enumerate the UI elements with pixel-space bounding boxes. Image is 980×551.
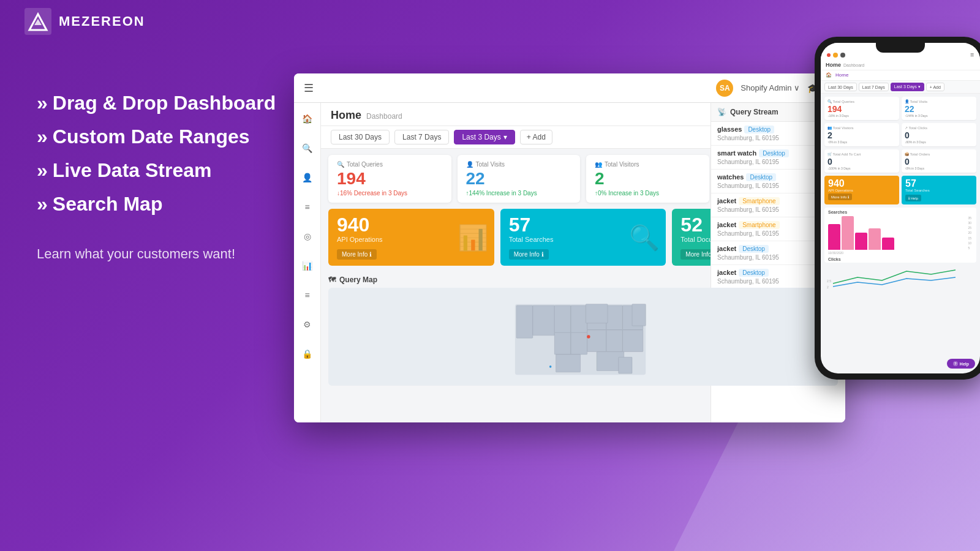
- phone-bar-3: [855, 233, 867, 250]
- phone-stats-grid-3: 🛒 Total Add To Cart 0 ↓100% in 3 Days 📦 …: [821, 149, 980, 176]
- phone-help-btn[interactable]: ? Help: [947, 359, 975, 369]
- dashboard-screenshot: ☰ SA Shopify Admin ∨ 🎓 ❓ 🏠 🔍 👤 ≡ ◎ 📊 ≡ ⚙…: [294, 73, 845, 422]
- add-widget-btn[interactable]: + Add: [520, 130, 552, 144]
- logo-icon: [24, 8, 51, 35]
- sidebar-users-icon[interactable]: 👤: [299, 169, 316, 186]
- phone-date-bar: Last 30 Days Last 7 Days Last 3 Days ▾ +…: [821, 81, 980, 94]
- total-searches-card: 57 Total Searches More Info ℹ 🔍: [500, 209, 666, 266]
- phone-expand-dot: [840, 53, 845, 58]
- stat-value-visitors: 2: [595, 170, 701, 187]
- logo-text: MEZEREON: [59, 13, 145, 29]
- phone-last7-btn[interactable]: Last 7 Days: [859, 83, 889, 91]
- feature-item-1: » Drag & Drop Dashboard: [37, 92, 276, 114]
- svg-rect-18: [619, 357, 632, 373]
- feature-list: » Drag & Drop Dashboard » Custom Date Ra…: [37, 92, 276, 216]
- phone-bar-chart: 35 30 25 20 15 10 5: [828, 216, 973, 250]
- svg-text:2: 2: [827, 285, 829, 289]
- phone-last30-btn[interactable]: Last 30 Days: [824, 83, 857, 91]
- svg-rect-4: [516, 305, 533, 338]
- stat-change-visits: ↑144% Increase in 3 Days: [466, 190, 572, 197]
- phone-orders-value: 0: [905, 157, 973, 167]
- sidebar-list-icon[interactable]: ≡: [299, 287, 316, 304]
- sidebar-home-icon[interactable]: 🏠: [299, 110, 316, 127]
- last-7-days-btn[interactable]: Last 7 Days: [394, 130, 449, 144]
- user-avatar: SA: [716, 80, 733, 97]
- stat-card-visits: 👤 Total Visits 22 ↑144% Increase in 3 Da…: [458, 155, 581, 203]
- left-content-panel: » Drag & Drop Dashboard » Custom Date Ra…: [37, 92, 276, 262]
- phone-color-cards: 940 API Operations More Info ℹ 57 Total …: [821, 176, 980, 208]
- svg-rect-5: [533, 305, 555, 335]
- stat-label-visitors: 👥 Total Visitors: [595, 161, 701, 168]
- phone-bar-4: [869, 228, 881, 250]
- svg-rect-6: [554, 305, 571, 332]
- phone-add-btn[interactable]: + Add: [926, 83, 944, 91]
- phone-frame: ☰ Home Dashboard 🏠 Home Last 30 Days Las…: [815, 37, 980, 380]
- dashboard-topbar: ☰ SA Shopify Admin ∨ 🎓 ❓: [294, 73, 845, 103]
- stat-label-visits: 👤 Total Visits: [466, 161, 572, 168]
- query-map-visual: [328, 288, 838, 386]
- query-stream-title: Query Stream: [730, 108, 778, 116]
- phone-line-chart: 2 2.5: [821, 263, 980, 293]
- stat-value-visits: 22: [466, 170, 572, 187]
- searches-more-info-btn[interactable]: More Info ℹ: [509, 249, 549, 260]
- last-3-days-btn[interactable]: Last 3 Days ▾: [454, 130, 514, 144]
- phone-minimize-dot: [833, 53, 838, 58]
- sidebar-chart-icon[interactable]: 📊: [299, 257, 316, 274]
- phone-searches-card: 57 Total Searches ℹ Help: [902, 176, 976, 204]
- hamburger-icon[interactable]: ☰: [304, 81, 314, 95]
- sidebar-target-icon[interactable]: ◎: [299, 228, 316, 245]
- feature-item-3: » Live Data Stream: [37, 159, 276, 182]
- phone-stat-visits: 👤 Total Visits 22 ↑144% in 3 Days: [902, 97, 976, 120]
- svg-point-22: [549, 365, 552, 368]
- query-map-section: 🗺 Query Map: [321, 271, 845, 386]
- phone-stat-cart: 🛒 Total Add To Cart 0 ↓100% in 3 Days: [824, 149, 899, 173]
- phone-stat-clicks: ↗ Total Clicks 0 ↓60% in 3 Days: [902, 123, 976, 146]
- phone-visits-value: 22: [905, 104, 973, 114]
- sidebar-lock-icon[interactable]: 🔒: [299, 345, 316, 362]
- svg-rect-15: [622, 330, 643, 352]
- svg-point-21: [587, 335, 590, 338]
- dashboard-layout: 🏠 🔍 👤 ≡ ◎ 📊 ≡ ⚙ 🔒 Home Dashboard 🏠 Home: [294, 103, 845, 422]
- logo-container: MEZEREON: [24, 8, 145, 35]
- svg-rect-20: [632, 304, 646, 326]
- sidebar-search-icon[interactable]: 🔍: [299, 140, 316, 157]
- page-subtitle: Dashboard: [366, 112, 402, 121]
- svg-rect-11: [606, 305, 623, 330]
- phone-searches-more-btn[interactable]: ℹ Help: [905, 195, 921, 201]
- color-cards-row: 940 API Operations More Info ℹ 📊 57 Tota…: [321, 209, 845, 271]
- phone-bar-1: [828, 224, 840, 250]
- svg-rect-17: [556, 354, 581, 372]
- phone-dashboard-label: Dashboard: [843, 63, 864, 67]
- svg-text:2.5: 2.5: [827, 279, 831, 283]
- svg-rect-19: [586, 304, 608, 323]
- phone-screen: ☰ Home Dashboard 🏠 Home Last 30 Days Las…: [821, 43, 980, 373]
- phone-dash-topbar: Home Dashboard: [821, 60, 980, 70]
- phone-api-more-btn[interactable]: More Info ℹ: [828, 193, 852, 200]
- last-30-days-btn[interactable]: Last 30 Days: [331, 130, 390, 144]
- stat-card-queries: 🔍 Total Queries 194 ↓16% Decrease in 3 D…: [328, 155, 451, 203]
- phone-api-card: 940 API Operations More Info ℹ: [824, 176, 899, 204]
- api-more-info-btn[interactable]: More Info ℹ: [337, 249, 377, 260]
- svg-rect-8: [554, 332, 571, 354]
- phone-breadcrumb: 🏠 Home: [826, 72, 975, 78]
- phone-home-label: Home: [826, 62, 841, 68]
- api-operations-card: 940 API Operations More Info ℹ 📊: [328, 209, 494, 266]
- dashboard-sidebar: 🏠 🔍 👤 ≡ ◎ 📊 ≡ ⚙ 🔒: [294, 103, 321, 422]
- phone-bar-2: [842, 216, 854, 250]
- phone-help-icon: ?: [953, 361, 958, 366]
- svg-rect-7: [571, 305, 587, 332]
- phone-last3-btn[interactable]: Last 3 Days ▾: [891, 83, 924, 91]
- sidebar-settings-icon[interactable]: ⚙: [299, 316, 316, 333]
- phone-chart-title: Searches: [828, 210, 973, 214]
- phone-queries-value: 194: [827, 104, 896, 114]
- page-title-row: Home Dashboard: [331, 109, 402, 122]
- phone-hamburger: ☰: [970, 53, 974, 58]
- phone-visitors-value: 2: [827, 130, 896, 140]
- svg-rect-9: [571, 332, 587, 354]
- svg-rect-13: [587, 330, 606, 352]
- feature-item-4: » Search Map: [37, 193, 276, 216]
- sidebar-menu-icon[interactable]: ≡: [299, 198, 316, 216]
- stat-change-queries: ↓16% Decrease in 3 Days: [337, 190, 443, 197]
- admin-label: Shopify Admin ∨: [741, 83, 800, 92]
- stat-card-visitors: 👥 Total Visitors 2 ↑0% Increase in 3 Day…: [586, 155, 709, 203]
